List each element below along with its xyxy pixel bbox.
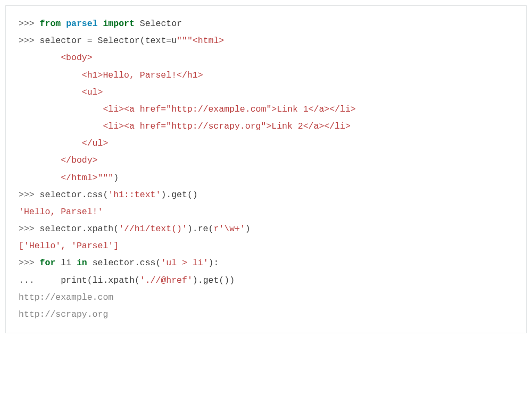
prompt: >>> bbox=[19, 190, 40, 200]
string-triple-quote-open: """ bbox=[177, 36, 193, 46]
class-selector: Selector bbox=[98, 36, 140, 46]
string-html-close: </html> bbox=[19, 173, 98, 183]
keyword-from: from bbox=[40, 19, 61, 29]
code-line-print: ... print(li.xpath('.//@href').get()) bbox=[19, 275, 235, 285]
string-ul-close: </ul> bbox=[19, 138, 108, 148]
code-line-css-get: >>> selector.css('h1::text').get() bbox=[19, 190, 198, 200]
code-line-for: >>> for li in selector.css('ul > li'): bbox=[19, 258, 219, 268]
class-selector: Selector bbox=[140, 19, 182, 29]
operator-assign: = bbox=[82, 36, 98, 46]
code-block: >>> from parsel import Selector >>> sele… bbox=[5, 5, 527, 333]
string-li2: <li><a href="http://scrapy.org">Link 2</… bbox=[19, 121, 351, 131]
output-url1: http://example.com bbox=[19, 292, 113, 302]
keyword-for: for bbox=[40, 258, 56, 268]
string-xpath-h1: '//h1/text()' bbox=[119, 224, 187, 234]
string-body-close: </body> bbox=[19, 155, 98, 165]
string-html-open: <html> bbox=[193, 36, 224, 46]
string-ul-open: <ul> bbox=[19, 87, 103, 97]
method-css: css bbox=[87, 190, 103, 200]
func-print: print bbox=[61, 275, 87, 285]
string-css-ulli: 'ul > li' bbox=[161, 258, 208, 268]
string-re-word: r'\w+' bbox=[213, 224, 245, 234]
string-css-h1: 'h1::text' bbox=[108, 190, 161, 200]
unicode-prefix: u bbox=[171, 36, 177, 46]
prompt: >>> bbox=[19, 19, 40, 29]
prompt: >>> bbox=[19, 224, 40, 234]
kwarg-text: text bbox=[145, 36, 167, 46]
code-line-html-close: </html>""") bbox=[19, 173, 119, 183]
string-h1: <h1>Hello, Parsel!</h1> bbox=[19, 70, 203, 80]
result-hello-parsel: 'Hello, Parsel!' bbox=[19, 207, 103, 217]
code-line-2: >>> selector = Selector(text=u"""<html> bbox=[19, 36, 224, 46]
method-xpath: xpath bbox=[87, 224, 114, 234]
string-triple-quote-close: """ bbox=[98, 173, 114, 183]
var-li: li bbox=[61, 258, 71, 268]
prompt: >>> bbox=[19, 36, 40, 46]
prompt-continuation: ... bbox=[19, 275, 61, 285]
module-parsel: parsel bbox=[66, 19, 97, 29]
string-li1: <li><a href="http://example.com">Link 1<… bbox=[19, 104, 356, 114]
result-list: ['Hello', 'Parsel'] bbox=[19, 241, 119, 251]
method-re: re bbox=[198, 224, 209, 234]
string-body-open: <body> bbox=[19, 53, 93, 63]
code-line-xpath-re: >>> selector.xpath('//h1/text()').re(r'\… bbox=[19, 224, 251, 234]
keyword-in: in bbox=[77, 258, 87, 268]
string-xpath-href: './/@href' bbox=[140, 275, 193, 285]
var-selector: selector bbox=[40, 36, 82, 46]
output-url2: http://scrapy.org bbox=[19, 309, 108, 319]
method-get: get bbox=[171, 190, 187, 200]
keyword-import: import bbox=[103, 19, 134, 29]
prompt: >>> bbox=[19, 258, 40, 268]
code-line-1: >>> from parsel import Selector bbox=[19, 19, 182, 29]
